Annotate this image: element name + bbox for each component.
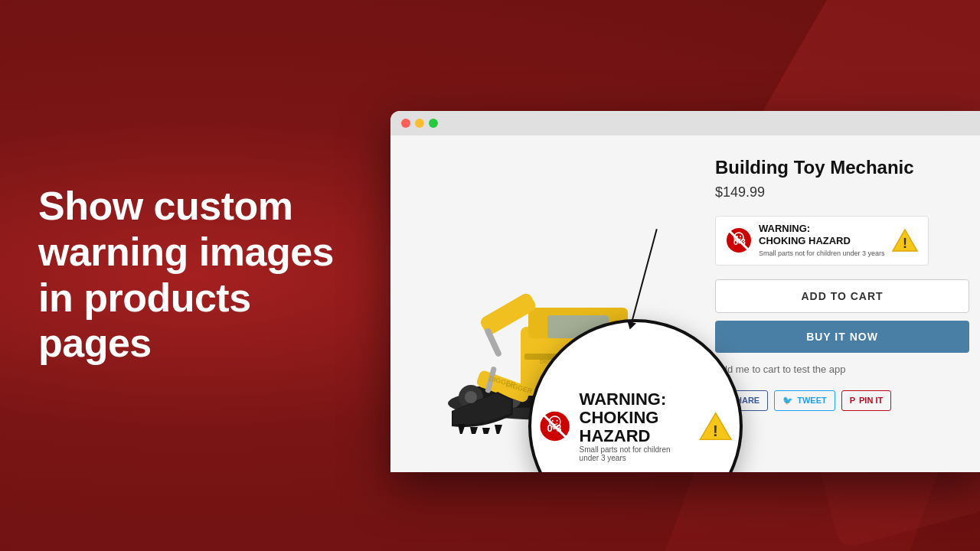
svg-text:!: ! bbox=[713, 422, 718, 439]
magnify-hazard-label: CHOKING HAZARD bbox=[580, 408, 659, 445]
svg-point-19 bbox=[465, 391, 477, 403]
product-price: $149.99 bbox=[715, 184, 969, 201]
pin-label: PIN IT bbox=[859, 396, 883, 405]
warning-text: WARNING: CHOKING HAZARD Small parts not … bbox=[759, 223, 885, 259]
social-buttons: f SHARE 🐦 TWEET P PIN IT bbox=[715, 390, 969, 411]
svg-point-26 bbox=[737, 236, 738, 237]
buy-it-now-button[interactable]: BUY IT NOW bbox=[715, 321, 969, 353]
warning-sub: Small parts not for children under 3 yea… bbox=[759, 249, 885, 257]
tweet-button[interactable]: 🐦 TWEET bbox=[774, 390, 835, 411]
svg-point-36 bbox=[557, 420, 558, 422]
svg-text:!: ! bbox=[903, 236, 907, 251]
browser-content: DIGGER DIGGER DIGGER Building Toy Mechan… bbox=[390, 135, 980, 472]
magnify-no-entry-icon: 0-3 bbox=[538, 403, 571, 449]
magnify-sub: Small parts not for children under 3 yea… bbox=[580, 445, 692, 462]
product-title: Building Toy Mechanic bbox=[715, 157, 969, 178]
magnify-warning-text-block: WARNING: CHOKING HAZARD Small parts not … bbox=[580, 390, 692, 463]
browser-toolbar bbox=[390, 111, 980, 135]
pin-button[interactable]: P PIN IT bbox=[841, 390, 892, 411]
no-entry-icon: 0-3 bbox=[725, 227, 753, 254]
add-to-cart-button[interactable]: ADD TO CART bbox=[715, 279, 969, 313]
svg-point-27 bbox=[740, 236, 741, 237]
tweet-label: TWEET bbox=[797, 396, 827, 405]
magnify-triangle-icon: ! bbox=[699, 406, 732, 446]
browser-window: DIGGER DIGGER DIGGER Building Toy Mechan… bbox=[390, 111, 980, 472]
warning-label: WARNING: bbox=[759, 223, 810, 234]
traffic-light-yellow[interactable] bbox=[415, 119, 424, 128]
warning-badge: 0-3 WARNING: CHOKING HAZARD Small parts … bbox=[715, 216, 929, 266]
traffic-light-red[interactable] bbox=[401, 119, 410, 128]
hazard-label: CHOKING HAZARD bbox=[759, 235, 851, 246]
pinterest-icon: P bbox=[850, 396, 855, 405]
main-heading: Show custom warning images in products p… bbox=[38, 184, 360, 367]
warning-triangle-icon: ! bbox=[891, 228, 919, 253]
add-me-text: Add me to cart to test the app bbox=[715, 364, 969, 375]
svg-point-35 bbox=[552, 420, 554, 422]
traffic-light-green[interactable] bbox=[429, 119, 438, 128]
left-text-block: Show custom warning images in products p… bbox=[38, 184, 360, 367]
magnify-warning-label: WARNING: bbox=[580, 390, 667, 409]
twitter-icon: 🐦 bbox=[782, 396, 793, 406]
magnify-content: 0-3 WARNING: CHOKING HAZARD Small parts … bbox=[528, 375, 743, 472]
